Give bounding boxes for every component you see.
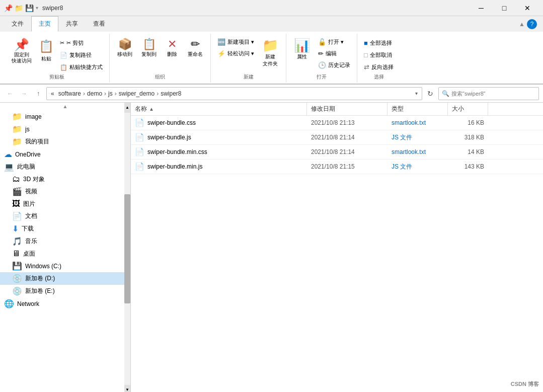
file-name-2: 📄 swiper-bundle.min.css bbox=[131, 145, 307, 159]
selectall-icon: ■ bbox=[364, 39, 368, 47]
edit-icon: ✏ bbox=[318, 50, 324, 57]
refresh-button[interactable]: ↻ bbox=[424, 88, 436, 100]
scroll-thumb[interactable] bbox=[124, 194, 130, 303]
delete-button[interactable]: ✕ 删除 bbox=[162, 36, 182, 60]
file-type-2: smartlook.txt bbox=[387, 146, 448, 158]
file-size-1: 318 KB bbox=[448, 131, 488, 143]
thispc-icon: 💻 bbox=[4, 162, 14, 172]
sidebar-label-winc: Windows (C:) bbox=[25, 263, 61, 270]
breadcrumb-swiperdemo[interactable]: swiper_demo bbox=[119, 90, 154, 97]
sidebar-item-newvole[interactable]: 💿 新加卷 (E:) bbox=[0, 285, 130, 297]
scrollbar[interactable]: ▲ ▼ bbox=[124, 103, 130, 392]
downloads-icon: ⬇ bbox=[12, 224, 19, 233]
breadcrumb-js[interactable]: js bbox=[108, 90, 113, 97]
sidebar-item-network[interactable]: 🌐 Network bbox=[0, 297, 130, 310]
search-input[interactable] bbox=[451, 91, 535, 97]
address-dropdown[interactable]: ▾ bbox=[415, 91, 418, 96]
copy-path-button[interactable]: 📄 复制路径 bbox=[57, 50, 105, 60]
column-date-label: 修改日期 bbox=[311, 105, 335, 113]
maximize-button[interactable]: □ bbox=[493, 0, 516, 16]
copyto-button[interactable]: 📋 复制到 bbox=[138, 36, 160, 60]
address-path[interactable]: « software › demo › js › swiper_demo › s… bbox=[46, 87, 422, 100]
pin-quickaccess-button[interactable]: 📌 固定到快速访问 bbox=[8, 36, 35, 66]
history-button[interactable]: 🕒 历史记录 bbox=[316, 60, 353, 70]
moveto-button[interactable]: 📦 移动到 bbox=[114, 36, 136, 60]
sidebar-item-newvold[interactable]: 💿 新加卷 (D:) bbox=[0, 272, 130, 285]
up-button[interactable]: ↑ bbox=[32, 88, 44, 100]
file-row[interactable]: 📄 swiper-bundle.js 2021/10/8 21:14 JS 文件… bbox=[131, 130, 543, 145]
properties-button[interactable]: 📊 属性 bbox=[290, 36, 314, 70]
select-buttons: ■ 全部选择 □ 全部取消 ⇄ 反向选择 bbox=[361, 36, 396, 72]
close-button[interactable]: ✕ bbox=[516, 0, 539, 16]
new-buttons: 🆕 新建项目 ▾ ⚡ 轻松访问 ▾ 📁 新建文件夹 bbox=[215, 36, 282, 72]
sidebar-item-myprojects[interactable]: 📁 我的项目 bbox=[0, 135, 130, 148]
path-sep-1: › bbox=[83, 90, 85, 97]
sidebar-item-winc[interactable]: 💾 Windows (C:) bbox=[0, 260, 130, 272]
pin-icon: 📌 bbox=[14, 38, 29, 52]
folder-myprojects-icon: 📁 bbox=[12, 137, 22, 146]
new-item-button[interactable]: 🆕 新建项目 ▾ bbox=[215, 37, 257, 47]
breadcrumb-swiper8[interactable]: swiper8 bbox=[161, 90, 181, 97]
tab-home[interactable]: 主页 bbox=[31, 16, 58, 32]
sidebar-item-onedrive[interactable]: ☁ OneDrive bbox=[0, 148, 130, 161]
column-type[interactable]: 类型 bbox=[387, 103, 448, 115]
paste-button[interactable]: 📋 粘贴 bbox=[36, 38, 56, 64]
sidebar-item-music[interactable]: 🎵 音乐 bbox=[0, 235, 130, 248]
organize-label: 组织 bbox=[155, 73, 165, 81]
music-icon: 🎵 bbox=[12, 237, 22, 246]
file-row[interactable]: 📄 swiper-bundle.min.js 2021/10/8 21:15 J… bbox=[131, 160, 543, 174]
forward-button[interactable]: → bbox=[18, 88, 30, 100]
tab-view[interactable]: 查看 bbox=[86, 16, 113, 32]
easyaccess-icon: ⚡ bbox=[217, 50, 225, 57]
select-label: 选择 bbox=[374, 73, 384, 81]
tab-file[interactable]: 文件 bbox=[4, 16, 31, 32]
folder-js-icon: 📁 bbox=[12, 124, 22, 134]
delete-icon: ✕ bbox=[168, 38, 177, 51]
column-date[interactable]: 修改日期 bbox=[307, 103, 387, 115]
edit-button[interactable]: ✏ 编辑 bbox=[316, 48, 353, 59]
paste-shortcut-button[interactable]: 📋 粘贴快捷方式 bbox=[57, 62, 105, 72]
sidebar-item-image[interactable]: 📁 image bbox=[0, 110, 130, 123]
organize-buttons: 📦 移动到 📋 复制到 ✕ 删除 bbox=[114, 36, 206, 72]
minimize-button[interactable]: ─ bbox=[470, 0, 493, 16]
file-list: 名称 ▲ 修改日期 类型 大小 📄 swiper-bundle.css 2021… bbox=[131, 103, 543, 392]
tab-share[interactable]: 共享 bbox=[58, 16, 86, 32]
file-row[interactable]: 📄 swiper-bundle.min.css 2021/10/8 21:14 … bbox=[131, 145, 543, 160]
open-button[interactable]: 🔓 打开 ▾ bbox=[316, 37, 353, 47]
ribbon-group-new: 🆕 新建项目 ▾ ⚡ 轻松访问 ▾ 📁 新建文件夹 新建 bbox=[211, 34, 286, 83]
sidebar-item-downloads[interactable]: ⬇ 下载 bbox=[0, 222, 130, 235]
deselectall-icon: □ bbox=[364, 51, 368, 59]
documents-icon: 📄 bbox=[12, 211, 22, 221]
breadcrumb-demo[interactable]: demo bbox=[87, 90, 102, 97]
sidebar-item-js[interactable]: 📁 js bbox=[0, 123, 130, 135]
sidebar-item-thispc[interactable]: 💻 此电脑 bbox=[0, 161, 130, 173]
breadcrumb-software[interactable]: « bbox=[51, 90, 54, 97]
sidebar-item-video[interactable]: 🎬 视频 bbox=[0, 185, 130, 198]
breadcrumb-software-text[interactable]: software bbox=[58, 90, 81, 97]
help-icon[interactable]: ? bbox=[527, 19, 537, 29]
csdn-watermark: CSDN 博客 bbox=[511, 380, 539, 388]
deselect-all-button[interactable]: □ 全部取消 bbox=[361, 50, 396, 60]
column-size[interactable]: 大小 bbox=[448, 103, 488, 115]
3d-icon: 🗂 bbox=[12, 175, 20, 184]
back-button[interactable]: ← bbox=[4, 88, 16, 100]
scroll-down-btn[interactable]: ▼ bbox=[124, 385, 130, 392]
easy-access-button[interactable]: ⚡ 轻松访问 ▾ bbox=[215, 48, 257, 59]
sidebar-item-desktop[interactable]: 🖥 桌面 bbox=[0, 248, 130, 260]
rename-button[interactable]: ✏ 重命名 bbox=[184, 36, 206, 60]
file-type-1: JS 文件 bbox=[387, 131, 448, 144]
search-box[interactable]: 🔍 bbox=[438, 87, 539, 100]
quick-access-icon: 📌 bbox=[4, 4, 13, 12]
sidebar-item-3d[interactable]: 🗂 3D 对象 bbox=[0, 173, 130, 185]
sidebar-item-pictures[interactable]: 🖼 图片 bbox=[0, 198, 130, 210]
new-folder-button[interactable]: 📁 新建文件夹 bbox=[259, 36, 282, 69]
sidebar-item-documents[interactable]: 📄 文档 bbox=[0, 210, 130, 222]
ribbon-tabs: 文件 主页 共享 查看 ▲ ? bbox=[0, 16, 543, 32]
invert-selection-button[interactable]: ⇄ 反向选择 bbox=[361, 62, 396, 72]
scroll-up-btn[interactable]: ▲ bbox=[124, 103, 130, 113]
file-row[interactable]: 📄 swiper-bundle.css 2021/10/8 21:13 smar… bbox=[131, 116, 543, 130]
cut-button[interactable]: ✂ ✂ 剪切 bbox=[57, 38, 105, 48]
select-all-button[interactable]: ■ 全部选择 bbox=[361, 38, 396, 48]
column-name[interactable]: 名称 ▲ bbox=[131, 103, 307, 115]
new-label: 新建 bbox=[244, 73, 254, 81]
